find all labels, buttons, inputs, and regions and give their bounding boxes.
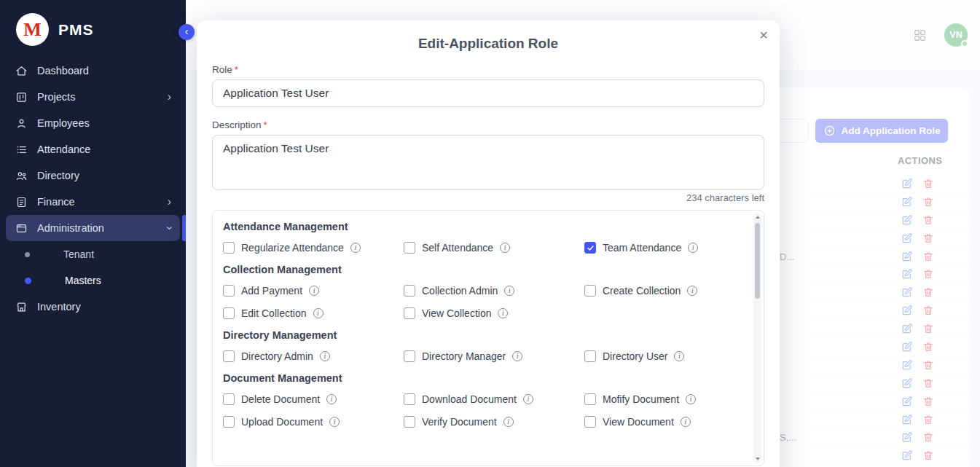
info-icon[interactable] xyxy=(500,243,510,253)
info-icon[interactable] xyxy=(498,308,508,318)
checkbox-icon[interactable] xyxy=(223,416,235,428)
permission-group-title: Document Management xyxy=(223,372,742,384)
permission-group-title: Attendance Management xyxy=(223,221,742,232)
permission-self-attendance[interactable]: Self Attendance xyxy=(404,242,584,254)
permission-label: Upload Document xyxy=(241,416,323,428)
checkbox-icon[interactable] xyxy=(584,416,596,428)
checkbox-icon[interactable] xyxy=(584,393,596,405)
permission-label: View Document xyxy=(603,416,674,428)
checkbox-icon[interactable] xyxy=(223,350,235,362)
permission-directory-manager[interactable]: Directory Manager xyxy=(404,350,584,362)
permission-view-document[interactable]: View Document xyxy=(584,416,742,428)
info-icon[interactable] xyxy=(686,394,696,404)
sidebar-item-employees[interactable]: Employees xyxy=(0,110,186,136)
sidebar-collapse-button[interactable]: ‹ xyxy=(179,24,195,40)
permission-label: Add Payment xyxy=(241,285,302,297)
permission-label: Verify Document xyxy=(422,416,497,428)
role-input[interactable] xyxy=(212,79,764,107)
sidebar-item-dashboard[interactable]: Dashboard xyxy=(0,58,186,84)
checkbox-icon[interactable] xyxy=(404,307,415,319)
checkbox-icon[interactable] xyxy=(223,285,235,297)
permission-collection-admin[interactable]: Collection Admin xyxy=(404,285,584,297)
permission-label: Mofify Document xyxy=(603,393,679,405)
sidebar-item-label: Dashboard xyxy=(37,65,171,76)
sidebar-item-projects[interactable]: Projects› xyxy=(0,84,186,110)
info-icon[interactable] xyxy=(329,417,340,427)
checkbox-icon[interactable] xyxy=(223,242,235,254)
info-icon[interactable] xyxy=(320,351,330,361)
checkbox-icon[interactable] xyxy=(404,393,415,405)
sidebar-subitem-tenant[interactable]: Tenant xyxy=(0,241,186,267)
dashboard-icon xyxy=(15,64,28,77)
sidebar: M PMS DashboardProjects›EmployeesAttenda… xyxy=(0,0,186,467)
bullet-icon xyxy=(25,252,30,257)
permission-regularize-attendance[interactable]: Regularize Attendance xyxy=(223,242,404,254)
permission-create-collection[interactable]: Create Collection xyxy=(584,285,742,297)
sidebar-item-label: Employees xyxy=(37,117,171,129)
info-icon[interactable] xyxy=(688,243,698,253)
permission-label: Team Attendance xyxy=(603,242,681,254)
sidebar-item-label: Inventory xyxy=(37,301,171,313)
info-icon[interactable] xyxy=(674,351,684,361)
permission-label: Create Collection xyxy=(603,285,681,297)
info-icon[interactable] xyxy=(504,286,514,296)
permission-verify-document[interactable]: Verify Document xyxy=(404,416,584,428)
info-icon[interactable] xyxy=(309,286,319,296)
permission-mofify-document[interactable]: Mofify Document xyxy=(584,393,742,405)
sidebar-item-directory[interactable]: Directory xyxy=(0,162,186,189)
app-logo: M PMS xyxy=(0,0,186,59)
vertical-scrollbar[interactable] xyxy=(753,213,761,463)
checkbox-icon[interactable] xyxy=(404,242,415,254)
permission-label: Self Attendance xyxy=(422,242,493,254)
permission-label: Collection Admin xyxy=(422,285,498,297)
chevron-left-icon: ‹ xyxy=(185,26,189,36)
permission-grid: Add PaymentCollection AdminCreate Collec… xyxy=(223,285,742,319)
sidebar-item-label: Directory xyxy=(37,170,171,181)
permission-delete-document[interactable]: Delete Document xyxy=(223,393,404,405)
checkbox-icon[interactable] xyxy=(404,285,415,297)
sidebar-item-finance[interactable]: Finance› xyxy=(0,189,186,215)
checkbox-icon[interactable] xyxy=(584,350,596,362)
info-icon[interactable] xyxy=(687,286,697,296)
scroll-down-arrow-icon[interactable] xyxy=(756,458,760,460)
description-textarea[interactable]: Application Test User xyxy=(212,135,764,190)
info-icon[interactable] xyxy=(523,394,533,404)
sidebar-subitem-masters[interactable]: Masters xyxy=(0,267,186,294)
info-icon[interactable] xyxy=(681,417,691,427)
info-icon[interactable] xyxy=(512,351,522,361)
permission-label: Download Document xyxy=(422,393,517,405)
permission-view-collection[interactable]: View Collection xyxy=(404,307,584,319)
checkbox-checked-icon[interactable] xyxy=(584,242,596,254)
administration-icon xyxy=(15,221,28,235)
checkbox-icon[interactable] xyxy=(223,393,235,405)
scrollbar-thumb[interactable] xyxy=(755,223,760,299)
info-icon[interactable] xyxy=(350,243,361,253)
finance-icon xyxy=(15,195,28,208)
info-icon[interactable] xyxy=(313,308,324,318)
info-icon[interactable] xyxy=(503,417,514,427)
checkbox-icon[interactable] xyxy=(223,307,235,319)
modal-form: Role* Description* Application Test User… xyxy=(197,64,780,466)
sidebar-item-label: Attendance xyxy=(37,144,171,155)
sidebar-item-attendance[interactable]: Attendance xyxy=(0,136,186,162)
permission-edit-collection[interactable]: Edit Collection xyxy=(223,307,404,319)
info-icon[interactable] xyxy=(326,394,337,404)
sidebar-item-administration[interactable]: Administration› xyxy=(6,215,180,241)
permission-directory-user[interactable]: Directory User xyxy=(584,350,742,362)
required-asterisk: * xyxy=(264,119,267,130)
sidebar-item-inventory[interactable]: Inventory xyxy=(0,294,186,320)
checkbox-icon[interactable] xyxy=(584,285,596,297)
permission-add-payment[interactable]: Add Payment xyxy=(223,285,404,297)
permission-groups: Attendance ManagementRegularize Attendan… xyxy=(223,221,742,428)
checkbox-icon[interactable] xyxy=(404,416,415,428)
permissions-box: Attendance ManagementRegularize Attendan… xyxy=(212,210,764,466)
permission-team-attendance[interactable]: Team Attendance xyxy=(584,242,742,254)
close-icon[interactable]: × xyxy=(759,28,768,42)
scroll-up-arrow-icon[interactable] xyxy=(756,216,760,219)
permission-directory-admin[interactable]: Directory Admin xyxy=(223,350,404,362)
inventory-icon xyxy=(15,300,28,313)
checkbox-icon[interactable] xyxy=(404,350,415,362)
sidebar-subitem-label: Masters xyxy=(65,275,101,286)
permission-upload-document[interactable]: Upload Document xyxy=(223,416,404,428)
permission-download-document[interactable]: Download Document xyxy=(404,393,584,405)
